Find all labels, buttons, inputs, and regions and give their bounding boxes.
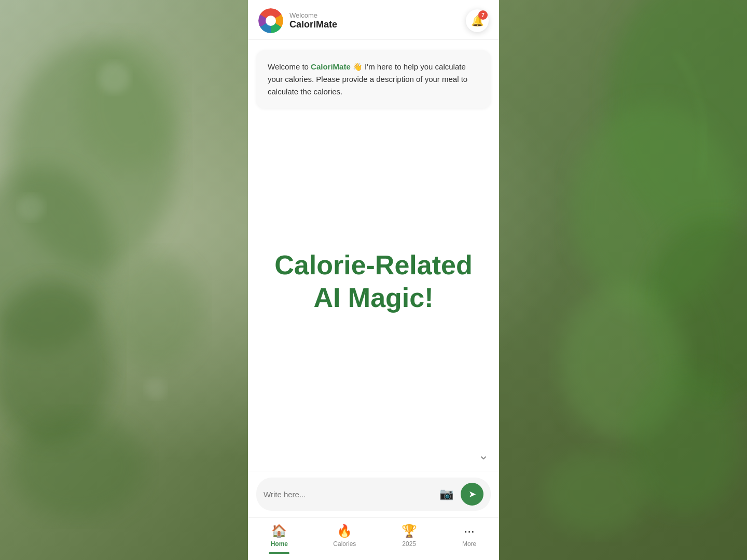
- nav-active-indicator: [269, 552, 289, 554]
- nav-more-label: More: [462, 540, 476, 548]
- nav-item-year[interactable]: 🏆 2025: [391, 522, 427, 550]
- bottom-navigation: 🏠 Home 🔥 Calories 🏆 2025 ··· More: [248, 517, 499, 560]
- nav-item-more[interactable]: ··· More: [452, 522, 487, 550]
- logo-donut: [258, 8, 283, 33]
- brand-link: CaloriMate: [311, 62, 351, 71]
- header-app-name: CaloriMate: [289, 19, 337, 30]
- trophy-icon: 🏆: [402, 524, 417, 538]
- welcome-bubble: Welcome to CaloriMate 👋 I'm here to help…: [256, 50, 491, 108]
- app-header: Welcome CaloriMate 🔔 7: [248, 0, 499, 40]
- nav-item-home[interactable]: 🏠 Home: [260, 522, 298, 550]
- header-brand: Welcome CaloriMate: [258, 8, 337, 33]
- notification-button[interactable]: 🔔 7: [466, 9, 489, 32]
- input-area: 📷 ➤: [248, 471, 499, 517]
- nav-item-calories[interactable]: 🔥 Calories: [323, 522, 366, 550]
- send-button[interactable]: ➤: [461, 483, 483, 506]
- welcome-prefix: Welcome to: [268, 62, 311, 71]
- header-welcome-label: Welcome: [289, 11, 337, 19]
- hero-title: Calorie-Related AI Magic!: [274, 249, 472, 314]
- nav-calories-label: Calories: [333, 540, 356, 548]
- welcome-text: Welcome to CaloriMate 👋 I'm here to help…: [268, 61, 479, 98]
- app-logo: [258, 8, 283, 33]
- phone-frame: Welcome CaloriMate 🔔 7 Welcome to Calori…: [248, 0, 499, 560]
- main-content: Welcome to CaloriMate 👋 I'm here to help…: [248, 40, 499, 471]
- hero-line2: AI Magic!: [313, 283, 433, 313]
- notification-badge: 7: [478, 10, 488, 20]
- nav-year-label: 2025: [402, 540, 416, 548]
- calories-icon: 🔥: [337, 524, 352, 538]
- send-icon: ➤: [468, 488, 476, 500]
- home-icon: 🏠: [271, 524, 287, 538]
- camera-button[interactable]: 📷: [437, 485, 455, 503]
- more-icon: ···: [464, 524, 475, 538]
- hero-section: Calorie-Related AI Magic!: [248, 119, 499, 444]
- chevron-down-icon[interactable]: ⌄: [478, 448, 489, 463]
- nav-home-label: Home: [271, 540, 288, 548]
- header-text: Welcome CaloriMate: [289, 11, 337, 30]
- scroll-indicator: ⌄: [248, 444, 499, 471]
- wave-emoji: 👋: [353, 62, 363, 71]
- input-container: 📷 ➤: [256, 478, 491, 511]
- message-input[interactable]: [264, 490, 432, 499]
- camera-icon: 📷: [439, 487, 453, 501]
- hero-line1: Calorie-Related: [274, 250, 472, 280]
